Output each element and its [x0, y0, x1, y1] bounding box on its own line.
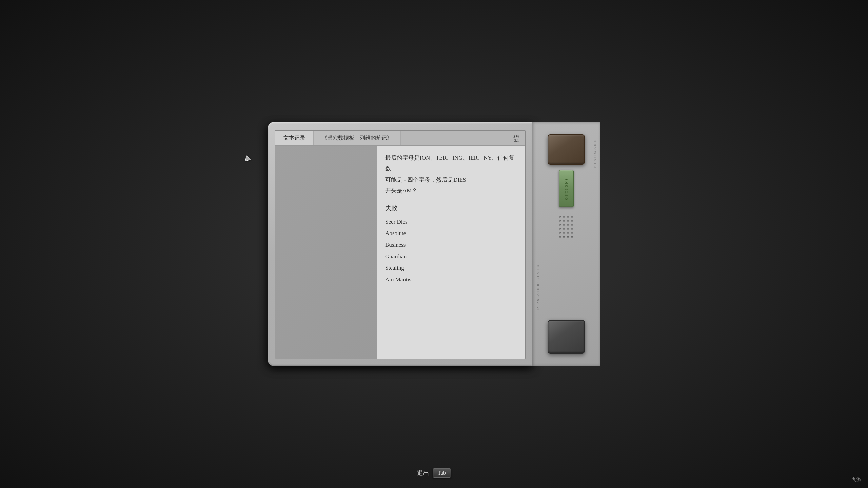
- top-button[interactable]: [548, 134, 585, 165]
- cursor-icon: [243, 155, 251, 161]
- list-item: Am Mantis: [385, 274, 517, 285]
- speaker-grille: [559, 216, 574, 239]
- speaker-dot: [559, 236, 561, 238]
- speaker-dot: [571, 236, 573, 238]
- speaker-dot: [567, 224, 569, 226]
- section-title: 失败: [385, 203, 517, 214]
- list-item: Stealing: [385, 262, 517, 274]
- tab-dataslate[interactable]: 《巢穴数据板：列维的笔记》: [314, 131, 401, 145]
- speaker-dot: [567, 232, 569, 234]
- bottom-button[interactable]: [548, 320, 585, 354]
- sw-badge: SW 2.1: [508, 131, 525, 145]
- speaker-dot: [559, 220, 561, 222]
- tab-bar: 文本记录 《巢穴数据板：列维的笔记》 SW 2.1: [275, 131, 525, 146]
- content-area: 最后的字母是ION、TER、ING、IER、NY、任何复数 可能是 - 四个字母…: [275, 146, 525, 359]
- options-button[interactable]: OPTIONS: [559, 170, 574, 207]
- list-item: Absolute: [385, 228, 517, 239]
- speaker-dot: [559, 228, 561, 230]
- speaker-dot: [563, 216, 565, 218]
- tab-text-log[interactable]: 文本记录: [275, 131, 314, 145]
- speaker-dot: [559, 216, 561, 218]
- speaker-dot: [571, 224, 573, 226]
- speaker-dot: [563, 220, 565, 222]
- speaker-dot: [571, 232, 573, 234]
- bottom-bar: 退出 Tab: [417, 468, 451, 478]
- speaker-dot: [567, 228, 569, 230]
- slate-body: 文本记录 《巢穴数据板：列维的笔记》 SW 2.1 最后的字母是ION、TER、…: [268, 122, 532, 366]
- main-content: 最后的字母是ION、TER、ING、IER、NY、任何复数 可能是 - 四个字母…: [377, 146, 525, 359]
- speaker-dot: [567, 236, 569, 238]
- exit-label: 退出: [417, 469, 429, 477]
- starware-label: STARWARE: [593, 139, 597, 168]
- list-items: Seer Dies Absolute Business Guardian Ste…: [385, 216, 517, 285]
- ds-label: DATASLATE DS-2CV-C3: [536, 265, 540, 312]
- tab-key[interactable]: Tab: [433, 468, 451, 478]
- speaker-dot: [559, 224, 561, 226]
- speaker-dot: [567, 216, 569, 218]
- speaker-dot: [571, 216, 573, 218]
- speaker-dot: [563, 236, 565, 238]
- watermark: 九游: [852, 476, 861, 483]
- hint-text: 最后的字母是ION、TER、ING、IER、NY、任何复数 可能是 - 四个字母…: [385, 152, 517, 196]
- speaker-dot: [571, 228, 573, 230]
- screen-area: 文本记录 《巢穴数据板：列维的笔记》 SW 2.1 最后的字母是ION、TER、…: [275, 130, 526, 359]
- right-panel: STARWARE OPTIONS: [532, 122, 600, 366]
- speaker-dot: [563, 228, 565, 230]
- speaker-dot: [563, 224, 565, 226]
- list-item: Seer Dies: [385, 216, 517, 228]
- speaker-dot: [563, 232, 565, 234]
- speaker-dot: [571, 220, 573, 222]
- device-container: 文本记录 《巢穴数据板：列维的笔记》 SW 2.1 最后的字母是ION、TER、…: [268, 122, 600, 366]
- speaker-dot: [559, 232, 561, 234]
- speaker-dot: [567, 220, 569, 222]
- list-item: Business: [385, 239, 517, 251]
- list-item: Guardian: [385, 251, 517, 262]
- thumbnail-panel: [275, 146, 377, 359]
